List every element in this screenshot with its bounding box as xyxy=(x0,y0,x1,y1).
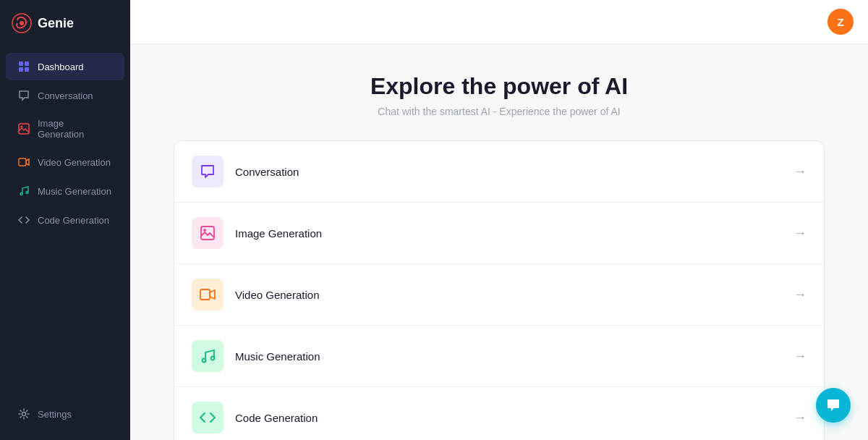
sidebar-label-conversation: Conversation xyxy=(38,90,93,101)
svg-rect-3 xyxy=(25,62,29,66)
card-image-generation[interactable]: Image Generation → xyxy=(174,203,824,264)
app-name: Genie xyxy=(38,16,74,31)
card-video-generation[interactable]: Video Generation → xyxy=(174,264,824,326)
code-card-icon-wrap xyxy=(192,402,224,433)
image-card-arrow: → xyxy=(793,226,807,241)
sidebar-label-dashboard: Dashboard xyxy=(38,62,84,72)
sidebar-item-music-generation[interactable]: Music Generation xyxy=(6,177,124,205)
svg-point-16 xyxy=(211,357,215,360)
music-card-label: Music Generation xyxy=(235,350,793,363)
chat-button[interactable] xyxy=(816,388,851,423)
video-card-icon xyxy=(200,287,216,302)
svg-point-10 xyxy=(26,192,28,194)
video-card-icon-wrap xyxy=(192,279,224,310)
page-header: Explore the power of AI Chat with the sm… xyxy=(174,73,825,117)
user-avatar[interactable]: Z xyxy=(827,9,854,35)
main-content: Z Explore the power of AI Chat with the … xyxy=(130,0,868,440)
code-card-label: Code Generation xyxy=(235,412,793,424)
card-code-generation[interactable]: Code Generation → xyxy=(174,387,824,440)
video-generation-icon xyxy=(17,156,30,169)
video-card-label: Video Generation xyxy=(235,289,793,301)
top-bar: Z xyxy=(130,0,868,44)
svg-rect-8 xyxy=(19,158,26,166)
music-generation-icon xyxy=(17,185,30,198)
image-card-icon-wrap xyxy=(192,217,224,249)
svg-rect-5 xyxy=(25,67,29,72)
conversation-icon xyxy=(17,89,30,102)
svg-rect-4 xyxy=(19,67,23,72)
sidebar-item-code-generation[interactable]: Code Generation xyxy=(6,206,124,234)
conversation-card-arrow: → xyxy=(793,164,807,179)
feature-cards-list: Conversation → Image Generation → xyxy=(174,140,825,440)
sidebar-label-image: Image Generation xyxy=(38,118,113,140)
code-card-arrow: → xyxy=(793,410,807,426)
page-title: Explore the power of AI xyxy=(174,73,825,100)
code-card-icon xyxy=(200,410,216,426)
chat-button-icon xyxy=(825,397,841,413)
svg-rect-14 xyxy=(200,289,210,300)
svg-point-11 xyxy=(22,412,26,416)
image-generation-icon xyxy=(17,122,30,135)
svg-point-1 xyxy=(20,21,24,25)
card-conversation[interactable]: Conversation → xyxy=(174,141,824,203)
image-card-label: Image Generation xyxy=(235,227,793,240)
page-subtitle: Chat with the smartest AI - Experience t… xyxy=(174,106,825,117)
sidebar-nav: Dashboard Conversation Image Generation xyxy=(0,46,130,394)
dashboard-icon xyxy=(17,60,30,73)
music-card-arrow: → xyxy=(793,349,807,364)
music-card-icon-wrap xyxy=(192,340,224,372)
sidebar-item-dashboard[interactable]: Dashboard xyxy=(6,53,124,80)
conversation-card-label: Conversation xyxy=(235,166,793,178)
card-music-generation[interactable]: Music Generation → xyxy=(174,326,824,387)
conversation-card-icon xyxy=(200,164,216,179)
svg-point-13 xyxy=(203,229,206,232)
music-card-icon xyxy=(200,348,216,364)
svg-rect-2 xyxy=(19,62,23,66)
sidebar-label-settings: Settings xyxy=(38,409,72,420)
sidebar-item-image-generation[interactable]: Image Generation xyxy=(6,111,124,147)
settings-icon xyxy=(17,407,30,420)
sidebar-item-video-generation[interactable]: Video Generation xyxy=(6,148,124,176)
svg-rect-12 xyxy=(201,227,214,240)
conversation-card-icon-wrap xyxy=(192,156,224,187)
sidebar-label-video: Video Generation xyxy=(38,157,111,168)
video-card-arrow: → xyxy=(793,287,807,302)
code-generation-icon xyxy=(17,213,30,227)
svg-point-15 xyxy=(203,359,206,363)
sidebar-settings-section: Settings xyxy=(0,394,130,440)
sidebar-label-music: Music Generation xyxy=(38,186,111,197)
image-card-icon xyxy=(200,225,216,241)
sidebar-item-conversation[interactable]: Conversation xyxy=(6,82,124,109)
sidebar-item-settings[interactable]: Settings xyxy=(6,400,124,428)
sidebar: Genie Dashboard Conversation xyxy=(0,0,130,440)
content-area: Explore the power of AI Chat with the sm… xyxy=(130,44,868,440)
app-logo: Genie xyxy=(0,0,130,46)
sidebar-label-code: Code Generation xyxy=(38,215,109,226)
svg-point-9 xyxy=(20,193,22,195)
genie-logo-icon xyxy=(12,13,32,33)
